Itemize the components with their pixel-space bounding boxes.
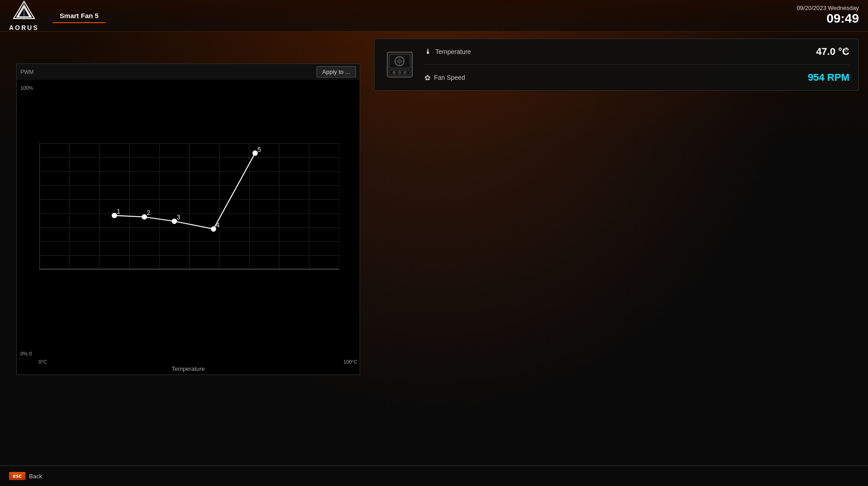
svg-point-47 bbox=[404, 71, 406, 74]
svg-point-28 bbox=[172, 219, 177, 224]
chart-inner: 100% 0% 0 0°C 100°C Temperature bbox=[17, 80, 360, 374]
header: AORUS Smart Fan 5 09/20/2023 Wednesday 0… bbox=[0, 0, 868, 32]
chart-svg: 1 2 3 4 5 bbox=[39, 84, 339, 343]
fan-icon-area bbox=[384, 49, 415, 81]
pc-case-icon bbox=[385, 50, 414, 79]
svg-point-39 bbox=[398, 59, 401, 63]
chart-0-label: 0% 0 bbox=[20, 351, 32, 356]
time-display: 09:49 bbox=[797, 11, 859, 26]
aorus-brand: AORUS bbox=[9, 24, 39, 31]
pwm-chart-label: PWM bbox=[20, 69, 34, 75]
svg-point-46 bbox=[398, 71, 401, 74]
svg-point-29 bbox=[211, 227, 216, 232]
fan-speed-label: Fan Speed bbox=[434, 74, 465, 81]
datetime-display: 09/20/2023 Wednesday 09:49 bbox=[797, 5, 859, 26]
svg-text:1: 1 bbox=[117, 208, 121, 215]
temperature-stat: 🌡 Temperature 47.0 °C bbox=[424, 46, 849, 58]
fan-speed-value: 954 RPM bbox=[808, 72, 849, 83]
fan-stats: 🌡 Temperature 47.0 °C ✿ Fan Speed 954 RP… bbox=[424, 46, 849, 83]
back-label: Back bbox=[29, 473, 42, 480]
svg-text:3: 3 bbox=[177, 214, 180, 221]
stat-separator bbox=[424, 64, 849, 65]
chart-header: PWM Apply to ... bbox=[17, 64, 360, 80]
svg-text:2: 2 bbox=[147, 209, 151, 216]
svg-text:5: 5 bbox=[258, 146, 261, 153]
fan-info-card: 🌡 Temperature 47.0 °C ✿ Fan Speed 954 RP… bbox=[374, 39, 859, 91]
temperature-label: Temperature bbox=[435, 48, 471, 55]
chart-x-100-label: 100°C bbox=[343, 359, 357, 364]
date-display: 09/20/2023 Wednesday bbox=[797, 5, 859, 11]
footer: esc Back bbox=[0, 466, 868, 486]
chart-x-axis-label: Temperature bbox=[172, 365, 205, 372]
aorus-logo-icon bbox=[13, 0, 35, 23]
thermometer-icon: 🌡 bbox=[424, 48, 432, 56]
logo-area: AORUS bbox=[9, 0, 39, 31]
svg-text:4: 4 bbox=[216, 221, 219, 228]
svg-point-45 bbox=[393, 71, 395, 74]
chart-100-label: 100% bbox=[20, 85, 33, 91]
fan-curve-chart: PWM Apply to ... 100% 0% 0 0°C 100°C Tem… bbox=[16, 63, 360, 375]
smart-fan-tab[interactable]: Smart Fan 5 bbox=[53, 9, 106, 22]
fan-spin-icon: ✿ bbox=[424, 73, 430, 82]
esc-back-item[interactable]: esc Back bbox=[9, 472, 42, 480]
fanspeed-stat: ✿ Fan Speed 954 RPM bbox=[424, 72, 849, 83]
svg-point-27 bbox=[142, 214, 147, 219]
svg-point-26 bbox=[112, 213, 117, 218]
esc-badge[interactable]: esc bbox=[9, 472, 25, 480]
chart-x-0-label: 0°C bbox=[39, 359, 47, 364]
settings-icon[interactable]: ⚙ bbox=[844, 46, 849, 53]
apply-button[interactable]: Apply to ... bbox=[317, 66, 356, 78]
svg-point-30 bbox=[253, 151, 258, 156]
